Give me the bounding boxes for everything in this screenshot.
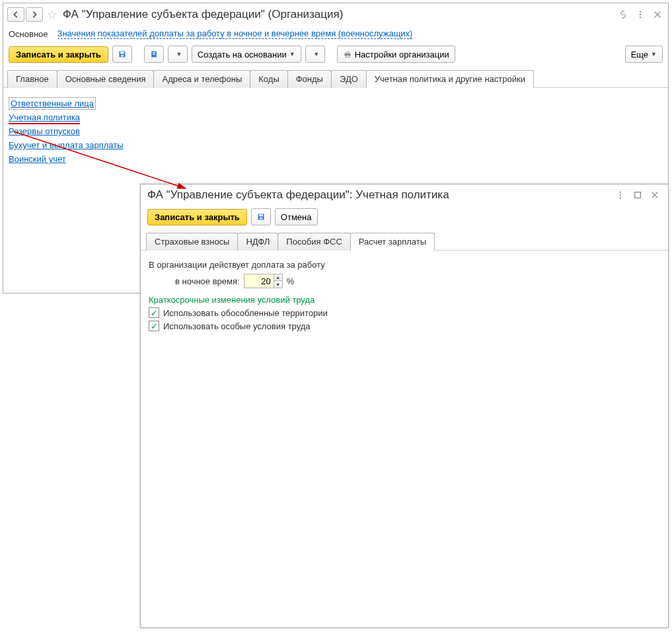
svg-rect-15 xyxy=(346,56,349,58)
create-based-label: Создать на основании xyxy=(198,50,287,60)
dialog-tab-1[interactable]: НДФЛ xyxy=(237,233,278,251)
kebab-icon[interactable] xyxy=(614,188,627,202)
attach-button[interactable]: ▼ xyxy=(305,46,325,63)
link-icon[interactable] xyxy=(616,8,630,21)
link-accounting-policy[interactable]: Учетная политика xyxy=(9,112,80,122)
document-icon xyxy=(150,50,158,59)
dialog-tab-2[interactable]: Пособия ФСС xyxy=(278,233,350,251)
close-icon[interactable] xyxy=(651,8,664,21)
dialog-save-button[interactable] xyxy=(251,208,271,225)
dialog-titlebar: ФА "Управление субъекта федерации": Учет… xyxy=(141,184,668,204)
spinner-up-icon[interactable]: ▲ xyxy=(274,274,282,281)
chevron-down-icon: ▼ xyxy=(289,51,295,58)
svg-rect-7 xyxy=(153,52,156,53)
intro-text: В организации действует доплата за работ… xyxy=(149,260,660,270)
link-accounting-payroll[interactable]: Бухучет и выплата зарплаты xyxy=(9,140,124,150)
dialog-tab-0[interactable]: Страховые взносы xyxy=(146,233,238,251)
dialog-body: В организации действует доплата за работ… xyxy=(141,251,668,296)
svg-point-2 xyxy=(640,17,641,18)
svg-rect-5 xyxy=(121,55,124,57)
more-label: Еще xyxy=(631,50,648,60)
create-based-button[interactable]: Создать на основании ▼ xyxy=(192,46,301,63)
link-vacation-reserves[interactable]: Резервы отпусков xyxy=(9,126,80,136)
main-toolbar: Записать и закрыть ▼ Создать на основани… xyxy=(3,42,668,67)
svg-rect-14 xyxy=(346,52,349,54)
main-titlebar: ☆ ФА "Управление субъекта федерации" (Ор… xyxy=(3,3,668,26)
night-value-input[interactable] xyxy=(244,274,274,288)
svg-point-1 xyxy=(640,14,641,15)
spinner[interactable]: ▲ ▼ xyxy=(274,274,283,288)
close-icon[interactable] xyxy=(648,188,661,202)
main-tab-6[interactable]: Учетная политика и другие настройки xyxy=(366,70,534,88)
svg-rect-9 xyxy=(153,54,156,55)
dialog-tabs: Страховые взносыНДФЛПособия ФССРасчет за… xyxy=(141,232,668,251)
svg-point-0 xyxy=(640,11,641,12)
chevron-down-icon: ▼ xyxy=(176,51,182,58)
nav-forward-button[interactable] xyxy=(26,7,43,22)
main-tab-5[interactable]: ЭДО xyxy=(331,70,367,88)
svg-point-17 xyxy=(620,191,621,192)
percent-label: % xyxy=(287,276,295,286)
nav-back-button[interactable] xyxy=(7,7,24,22)
main-tab-2[interactable]: Адреса и телефоны xyxy=(153,70,250,88)
arrow-left-icon xyxy=(11,10,20,19)
svg-rect-4 xyxy=(120,52,124,54)
svg-rect-23 xyxy=(260,218,263,219)
main-tab-3[interactable]: Коды xyxy=(250,70,287,88)
maximize-icon[interactable] xyxy=(631,188,644,202)
save-button[interactable] xyxy=(112,46,132,63)
printer-icon xyxy=(343,50,352,59)
chevron-down-icon: ▼ xyxy=(651,51,657,58)
floppy-icon xyxy=(118,50,126,59)
arrow-right-icon xyxy=(30,10,39,19)
menu-row: Основное Значения показателей доплаты за… xyxy=(3,26,668,42)
dialog-window: ФА "Управление субъекта федерации": Учет… xyxy=(140,184,669,296)
floppy-icon xyxy=(257,212,265,221)
main-tab-1[interactable]: Основные сведения xyxy=(57,70,155,88)
save-close-button[interactable]: Записать и закрыть xyxy=(9,46,108,63)
link-military[interactable]: Воинский учет xyxy=(9,154,66,164)
links-area: Ответственные лица Учетная политика Резе… xyxy=(3,88,668,175)
org-settings-label: Настройки организации xyxy=(355,50,449,60)
night-time-row: в ночное время: ▲ ▼ % xyxy=(175,274,660,288)
chevron-down-icon: ▼ xyxy=(313,51,319,58)
link-responsible[interactable]: Ответственные лица xyxy=(9,97,96,110)
main-tab-4[interactable]: Фонды xyxy=(287,70,332,88)
section-header: Краткосрочные изменения условий труда xyxy=(149,295,660,296)
svg-rect-20 xyxy=(635,192,641,198)
dialog-toolbar: Записать и закрыть Отмена xyxy=(141,204,668,229)
dialog-tab-3[interactable]: Расчет зарплаты xyxy=(350,233,435,251)
svg-point-18 xyxy=(620,194,621,196)
star-icon[interactable]: ☆ xyxy=(47,7,57,22)
dialog-title: ФА "Управление субъекта федерации": Учет… xyxy=(147,188,610,202)
spinner-down-icon[interactable]: ▼ xyxy=(274,281,282,288)
dialog-save-close-button[interactable]: Записать и закрыть xyxy=(147,209,247,225)
dialog-cancel-button[interactable]: Отмена xyxy=(275,208,318,225)
menu-main[interactable]: Основное xyxy=(9,29,48,39)
window-title: ФА "Управление субъекта федерации" (Орга… xyxy=(63,8,613,21)
svg-rect-8 xyxy=(153,54,156,54)
document-button[interactable] xyxy=(144,46,164,63)
more-button[interactable]: Еще ▼ xyxy=(625,46,663,63)
menu-link-indicators[interactable]: Значения показателей доплаты за работу в… xyxy=(57,28,413,39)
night-label: в ночное время: xyxy=(175,276,240,286)
org-settings-button[interactable]: Настройки организации xyxy=(337,46,455,63)
main-tab-0[interactable]: Главное xyxy=(7,70,57,88)
main-tabs: ГлавноеОсновные сведенияАдреса и телефон… xyxy=(3,69,668,88)
kebab-icon[interactable] xyxy=(634,8,647,21)
edit-button[interactable]: ▼ xyxy=(168,46,188,63)
svg-rect-22 xyxy=(259,214,263,216)
svg-point-19 xyxy=(620,197,621,198)
